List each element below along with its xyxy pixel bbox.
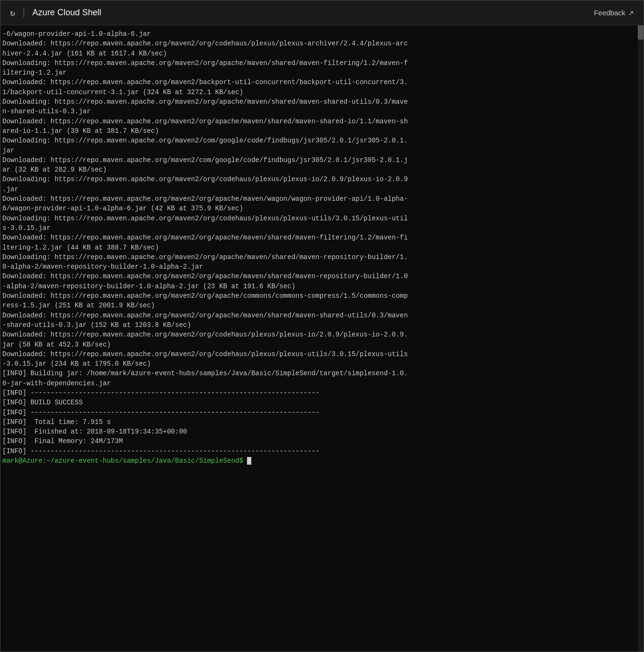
scrollbar-thumb[interactable]	[638, 25, 644, 40]
azure-cloud-shell-window: ↻ | Azure Cloud Shell Feedback ↗ -6/wago…	[0, 0, 644, 652]
titlebar: ↻ | Azure Cloud Shell Feedback ↗	[0, 0, 644, 25]
terminal-cursor	[247, 457, 251, 465]
app-title: Azure Cloud Shell	[32, 8, 101, 18]
external-link-icon: ↗	[628, 9, 634, 17]
feedback-label: Feedback	[594, 9, 625, 17]
terminal-body[interactable]: -6/wagon-provider-api-1.0-alpha-6.jar Do…	[0, 25, 644, 652]
titlebar-left: ↻ | Azure Cloud Shell	[10, 7, 101, 18]
titlebar-divider: |	[21, 7, 27, 18]
refresh-icon[interactable]: ↻	[10, 8, 15, 18]
terminal-prompt-line: mark@Azure:~/azure-event-hubs/samples/Ja…	[2, 456, 638, 466]
feedback-button[interactable]: Feedback ↗	[594, 9, 634, 17]
titlebar-right: Feedback ↗	[594, 9, 634, 17]
terminal-output: -6/wagon-provider-api-1.0-alpha-6.jar Do…	[2, 29, 638, 456]
scrollbar[interactable]	[638, 25, 644, 652]
